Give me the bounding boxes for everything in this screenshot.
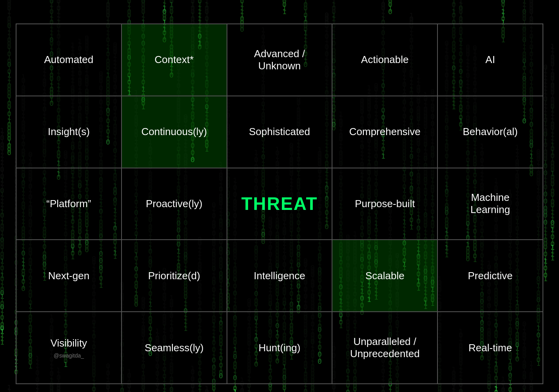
cell-label-r1-c3: Comprehensive bbox=[336, 126, 433, 138]
cell-label-r2-c3: Purpose-built bbox=[336, 198, 433, 210]
attribution: @swagitda_ bbox=[20, 352, 117, 359]
cell-r3-c3: Scalable bbox=[332, 240, 437, 312]
cell-label-r3-c2: Intelligence bbox=[231, 270, 328, 282]
cell-r2-c0: “Platform” bbox=[16, 168, 122, 240]
cell-label-r4-c1: Seamless(ly) bbox=[126, 342, 223, 354]
cell-label-r4-c4: Real-time bbox=[442, 342, 539, 354]
cell-r3-c0: Next-gen bbox=[16, 240, 122, 312]
cell-label-r4-c2: Hunt(ing) bbox=[231, 342, 328, 354]
cell-r2-c1: Proactive(ly) bbox=[122, 168, 227, 240]
cell-r3-c1: Prioritize(d) bbox=[122, 240, 227, 312]
cell-label-r1-c2: Sophisticated bbox=[231, 126, 328, 138]
cell-r1-c1: Continuous(ly) bbox=[122, 96, 227, 168]
cell-label-r0-c4: AI bbox=[442, 54, 539, 66]
cell-label-r2-c4: Machine Learning bbox=[442, 191, 539, 216]
cell-r1-c0: Insight(s) bbox=[16, 96, 122, 168]
cell-label-r0-c0: Automated bbox=[20, 54, 117, 66]
cell-r3-c4: Predictive bbox=[437, 240, 543, 312]
cell-r0-c3: Actionable bbox=[332, 24, 437, 96]
cell-r1-c3: Comprehensive bbox=[332, 96, 437, 168]
cell-label-r2-c0: “Platform” bbox=[20, 198, 117, 210]
cell-r2-c4: Machine Learning bbox=[437, 168, 543, 240]
cell-r4-c0: Visibility@swagitda_ bbox=[16, 312, 122, 384]
cell-r4-c2: Hunt(ing) bbox=[227, 312, 332, 384]
cell-label-r4-c3: Unparalleled / Unprecedented bbox=[336, 336, 433, 360]
cell-label-r3-c0: Next-gen bbox=[20, 270, 117, 282]
cell-label-r2-c1: Proactive(ly) bbox=[126, 198, 223, 210]
cell-label-r0-c1: Context* bbox=[126, 54, 223, 66]
cell-r2-c2: THREAT bbox=[227, 168, 332, 240]
cell-r4-c4: Real-time bbox=[437, 312, 543, 384]
cell-r0-c4: AI bbox=[437, 24, 543, 96]
cell-r3-c2: Intelligence bbox=[227, 240, 332, 312]
cell-r1-c4: Behavior(al) bbox=[437, 96, 543, 168]
cell-label-r3-c3: Scalable bbox=[336, 270, 433, 282]
cell-label-r3-c1: Prioritize(d) bbox=[126, 270, 223, 282]
cell-r4-c1: Seamless(ly) bbox=[122, 312, 227, 384]
cell-label-r1-c0: Insight(s) bbox=[20, 126, 117, 138]
cell-r0-c1: Context* bbox=[122, 24, 227, 96]
cell-r1-c2: Sophisticated bbox=[227, 96, 332, 168]
cell-label-r1-c1: Continuous(ly) bbox=[126, 126, 223, 138]
cell-r0-c0: Automated bbox=[16, 24, 122, 96]
cell-label-r0-c3: Actionable bbox=[336, 54, 433, 66]
cell-r0-c2: Advanced / Unknown bbox=[227, 24, 332, 96]
bingo-grid: AutomatedContext*Advanced / UnknownActio… bbox=[16, 23, 543, 384]
cell-r4-c3: Unparalleled / Unprecedented bbox=[332, 312, 437, 384]
cell-r2-c3: Purpose-built bbox=[332, 168, 437, 240]
cell-label-r0-c2: Advanced / Unknown bbox=[231, 48, 328, 72]
cell-label-r1-c4: Behavior(al) bbox=[442, 126, 539, 138]
cell-label-r4-c0: Visibility bbox=[20, 337, 117, 349]
cell-label-r3-c4: Predictive bbox=[442, 270, 539, 282]
cell-label-r2-c2: THREAT bbox=[231, 193, 328, 215]
